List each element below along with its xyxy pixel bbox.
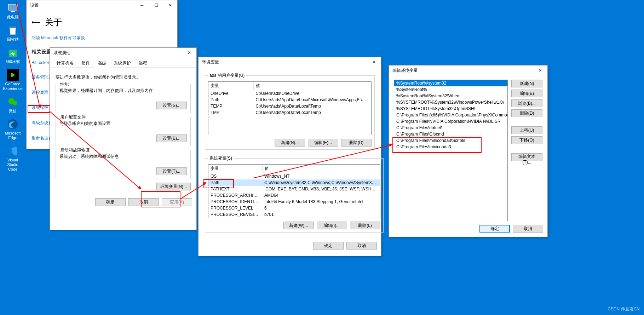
user-delete-button[interactable]: 删除(D)	[341, 139, 372, 147]
ok-button[interactable]: 确定	[313, 242, 344, 250]
path-list[interactable]: %SystemRoot%\system32%SystemRoot%%System…	[394, 80, 508, 221]
svg-rect-2	[9, 27, 16, 28]
table-row[interactable]: PATHEXT.COM;.EXE;.BAT;.CMD;.VBS;.VBE;.JS…	[208, 186, 380, 192]
env-title: 环境变量	[202, 59, 219, 65]
list-item[interactable]: C:\Program Files\Git\cmd	[394, 131, 507, 137]
env-vars-button[interactable]: 环境变量(N)...	[156, 183, 191, 190]
close-button[interactable]: ✕	[163, 0, 177, 10]
table-row[interactable]: PathC:\Users\ads\AppData\Local\Microsoft…	[208, 97, 371, 103]
sys-vars-group: 系统变量(S) 变量值OSWindows_NTPathC:\Windows\sy…	[205, 155, 384, 233]
list-item[interactable]: C:\Program Files\dotnet\	[394, 125, 507, 131]
close-button[interactable]: ✕	[182, 48, 196, 58]
tab-4[interactable]: 远程	[135, 58, 151, 68]
watermark: CSDN @且漫CN	[608, 306, 640, 312]
ok-button[interactable]: 确定	[479, 225, 510, 233]
ok-button[interactable]: 确定	[95, 198, 126, 206]
table-row[interactable]: OSWindows_NT	[208, 173, 380, 180]
env-vars-window: 环境变量 ✕ ads 的用户变量(U) 变量值OneDriveC:\Users\…	[198, 57, 381, 256]
startup-settings-button[interactable]: 设置(T)...	[156, 167, 187, 175]
related-link[interactable]: BitLocker	[31, 60, 49, 65]
wx-icon	[6, 96, 20, 108]
table-row[interactable]: TMPC:\Users\ads\AppData\Local\Temp	[208, 109, 371, 116]
table-row[interactable]: PROCESSOR_ARCHITECT...AMD64	[208, 192, 380, 199]
desktop-icon[interactable]: Visual Studio Code	[2, 145, 23, 172]
apply-button[interactable]: 应用(A)	[162, 198, 192, 206]
user-new-button[interactable]: 新建(N)...	[275, 139, 305, 147]
sysprop-title: 系统属性	[53, 50, 70, 56]
settings-titlebar[interactable]: 设置 ─ ☐ ✕	[27, 0, 177, 10]
cancel-button[interactable]: 取消	[346, 242, 377, 250]
desktop-icon[interactable]: GeForce Experience	[2, 69, 23, 91]
close-button[interactable]: ✕	[367, 57, 381, 67]
vsc-icon	[6, 145, 20, 157]
license-link[interactable]: 阅读 Microsoft 软件许可条款	[31, 35, 85, 41]
edit-env-var-window: 编辑环境变量 ✕ %SystemRoot%\system32%SystemRoo…	[389, 65, 548, 237]
bin-icon	[6, 24, 20, 36]
svg-text:zip: zip	[10, 52, 15, 56]
sys-delete-button[interactable]: 删除(L)	[350, 222, 380, 229]
new-button[interactable]: 新建(N)	[511, 80, 542, 87]
user-profile-group: 用户配置文件 与登录帐户相关的桌面设置 设置(E)...	[56, 117, 191, 146]
maximize-button[interactable]: ☐	[149, 0, 163, 10]
list-item[interactable]: %SystemRoot%	[394, 86, 507, 93]
nv-icon	[6, 69, 20, 81]
list-item[interactable]: %SystemRoot%\system32	[394, 80, 507, 86]
user-edit-button[interactable]: 编辑(E)...	[308, 139, 338, 147]
table-row[interactable]: TEMPC:\Users\ads\AppData\Local\Temp	[208, 103, 371, 109]
minimize-button[interactable]: ─	[135, 0, 149, 10]
table-row[interactable]: PROCESSOR_LEVEL6	[208, 205, 380, 211]
related-link[interactable]: 远程桌面	[31, 90, 48, 96]
desktop-icon[interactable]: 微信	[2, 96, 23, 113]
desktop-icon[interactable]: Microsoft Edge	[2, 118, 23, 140]
zip-icon: zip	[6, 47, 20, 59]
list-item[interactable]: C:\Program Files\NVIDIA Corporation\NVID…	[394, 118, 507, 125]
perf-settings-button[interactable]: 设置(S)...	[156, 102, 187, 109]
tab-2[interactable]: 高级	[94, 59, 110, 68]
cancel-button[interactable]: 取消	[513, 225, 543, 233]
move-down-button[interactable]: 下移(O)	[511, 136, 542, 144]
cancel-button[interactable]: 取消	[128, 198, 159, 206]
svg-rect-0	[8, 4, 17, 10]
table-row[interactable]: PROCESSOR_REVISIONb701	[208, 211, 380, 218]
table-row[interactable]: OneDriveC:\Users\ads\OneDrive	[208, 90, 371, 97]
profile-settings-button[interactable]: 设置(E)...	[156, 134, 187, 142]
edit-button[interactable]: 编辑(E)	[511, 90, 542, 97]
edge-icon	[6, 118, 20, 130]
settings-title: 设置	[30, 2, 39, 8]
pc-icon	[6, 2, 20, 14]
related-link[interactable]: 系统保护	[31, 105, 48, 111]
svg-rect-1	[11, 11, 15, 12]
admin-note: 要进行大多数更改，你必须作为管理员登录。	[56, 74, 191, 80]
user-vars-group: ads 的用户变量(U) 变量值OneDriveC:\Users\ads\One…	[205, 73, 375, 150]
table-row[interactable]: PROCESSOR_IDENTIFIERIntel64 Family 6 Mod…	[208, 199, 380, 205]
list-item[interactable]: C:\Program Files (x86)\NVIDIA Corporatio…	[394, 112, 507, 118]
desktop-icon[interactable]: zip360压缩	[2, 47, 23, 64]
tab-1[interactable]: 硬件	[77, 58, 94, 68]
list-item[interactable]: %SYSTEMROOT%\System32\WindowsPowerShell\…	[394, 99, 507, 105]
list-item[interactable]: %SystemRoot%\System32\Wbem	[394, 93, 507, 99]
move-up-button[interactable]: 上移(U)	[511, 126, 542, 134]
svg-point-7	[12, 101, 17, 105]
sys-edit-button[interactable]: 编辑(I)...	[317, 222, 347, 229]
list-item[interactable]: C:\Program Files\miniconda3\Scripts	[394, 137, 507, 144]
edit-title: 编辑环境变量	[392, 68, 418, 74]
tab-0[interactable]: 计算机名	[53, 58, 77, 68]
user-vars-table[interactable]: 变量值OneDriveC:\Users\ads\OneDrivePathC:\U…	[208, 81, 372, 135]
close-button[interactable]: ✕	[533, 65, 547, 75]
list-item[interactable]: %SYSTEMROOT%\System32\OpenSSH\	[394, 105, 507, 112]
desktop-icon[interactable]: 此电脑	[2, 2, 23, 19]
edit-text-button[interactable]: 编辑文本(T)...	[511, 153, 542, 161]
list-item[interactable]: C:\Program Files\miniconda3	[394, 144, 507, 150]
table-row[interactable]: PathC:\Windows\system32;C:\Windows;C:\Wi…	[208, 179, 380, 186]
system-properties-window: 系统属性 ✕ 计算机名硬件高级系统保护远程 要进行大多数更改，你必须作为管理员登…	[50, 47, 197, 230]
browse-button[interactable]: 浏览(B)...	[511, 99, 542, 107]
performance-group: 性能 视觉效果，处理器计划，内存使用，以及虚拟内存 设置(S)...	[56, 84, 191, 113]
tab-3[interactable]: 系统保护	[110, 58, 135, 68]
delete-button[interactable]: 删除(D)	[511, 109, 542, 117]
sys-new-button[interactable]: 新建(W)...	[283, 222, 314, 229]
back-arrow-icon[interactable]: ⟵	[31, 18, 41, 26]
desktop-icon[interactable]: 回收站	[2, 24, 23, 42]
startup-group: 启动和故障恢复 系统启动、系统故障和调试信息 设置(T)...	[56, 150, 191, 179]
sys-vars-table[interactable]: 变量值OSWindows_NTPathC:\Windows\system32;C…	[208, 164, 380, 218]
page-title: 关于	[45, 17, 62, 28]
